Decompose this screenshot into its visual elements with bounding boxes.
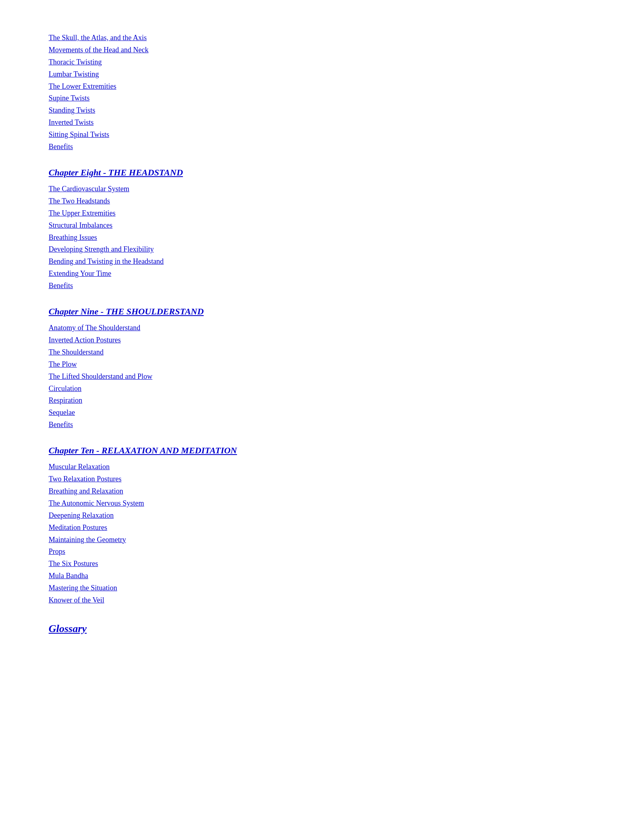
chapter-ten-section: Chapter Ten - RELAXATION AND MEDITATION … <box>49 444 595 606</box>
link-anatomy-shoulderstand[interactable]: Anatomy of The Shoulderstand <box>49 323 595 334</box>
link-thoracic-twisting[interactable]: Thoracic Twisting <box>49 57 595 68</box>
chapter-nine-title[interactable]: Chapter Nine - THE SHOULDERSTAND <box>49 305 595 318</box>
link-skull-atlas-axis[interactable]: The Skull, the Atlas, and the Axis <box>49 32 595 44</box>
glossary-title[interactable]: Glossary <box>49 621 595 637</box>
chapter-nine-section: Chapter Nine - THE SHOULDERSTAND Anatomy… <box>49 305 595 431</box>
link-inverted-action-postures[interactable]: Inverted Action Postures <box>49 335 595 346</box>
chapter-ten-title[interactable]: Chapter Ten - RELAXATION AND MEDITATION <box>49 444 595 457</box>
link-deepening-relaxation[interactable]: Deepening Relaxation <box>49 510 595 521</box>
link-sequelae[interactable]: Sequelae <box>49 407 595 419</box>
link-extending-your-time[interactable]: Extending Your Time <box>49 268 595 280</box>
link-maintaining-geometry[interactable]: Maintaining the Geometry <box>49 534 595 546</box>
chapter-eight-links: The Cardiovascular System The Two Headst… <box>49 184 595 292</box>
link-respiration[interactable]: Respiration <box>49 395 595 406</box>
link-standing-twists[interactable]: Standing Twists <box>49 105 595 116</box>
chapter-ten-links: Muscular Relaxation Two Relaxation Postu… <box>49 461 595 606</box>
link-muscular-relaxation[interactable]: Muscular Relaxation <box>49 461 595 473</box>
link-two-headstands[interactable]: The Two Headstands <box>49 196 595 207</box>
link-benefits-ch8[interactable]: Benefits <box>49 280 595 292</box>
link-supine-twists[interactable]: Supine Twists <box>49 93 595 104</box>
link-the-shoulderstand[interactable]: The Shoulderstand <box>49 347 595 358</box>
glossary-section: Glossary <box>49 621 595 637</box>
link-breathing-relaxation[interactable]: Breathing and Relaxation <box>49 486 595 497</box>
link-lower-extremities[interactable]: The Lower Extremities <box>49 81 595 92</box>
link-lifted-shoulderstand-plow[interactable]: The Lifted Shoulderstand and Plow <box>49 371 595 382</box>
link-inverted-twists[interactable]: Inverted Twists <box>49 117 595 128</box>
pre-chapter-links: The Skull, the Atlas, and the Axis Movem… <box>49 32 595 153</box>
link-movements-head-neck[interactable]: Movements of the Head and Neck <box>49 45 595 56</box>
chapter-eight-section: Chapter Eight - THE HEADSTAND The Cardio… <box>49 166 595 292</box>
chapter-nine-links: Anatomy of The Shoulderstand Inverted Ac… <box>49 323 595 431</box>
link-two-relaxation-postures[interactable]: Two Relaxation Postures <box>49 474 595 485</box>
link-props[interactable]: Props <box>49 546 595 557</box>
link-benefits-pre[interactable]: Benefits <box>49 141 595 153</box>
link-the-plow[interactable]: The Plow <box>49 359 595 370</box>
link-autonomic-nervous-system[interactable]: The Autonomic Nervous System <box>49 498 595 509</box>
link-mula-bandha[interactable]: Mula Bandha <box>49 570 595 582</box>
link-six-postures[interactable]: The Six Postures <box>49 558 595 570</box>
link-cardiovascular-system[interactable]: The Cardiovascular System <box>49 184 595 195</box>
link-meditation-postures[interactable]: Meditation Postures <box>49 522 595 534</box>
chapter-eight-title[interactable]: Chapter Eight - THE HEADSTAND <box>49 166 595 179</box>
link-bending-twisting-headstand[interactable]: Bending and Twisting in the Headstand <box>49 256 595 267</box>
link-sitting-spinal-twists[interactable]: Sitting Spinal Twists <box>49 129 595 141</box>
link-upper-extremities[interactable]: The Upper Extremities <box>49 208 595 219</box>
link-circulation[interactable]: Circulation <box>49 383 595 395</box>
link-benefits-ch9[interactable]: Benefits <box>49 419 595 431</box>
link-structural-imbalances[interactable]: Structural Imbalances <box>49 220 595 231</box>
link-knower-of-veil[interactable]: Knower of the Veil <box>49 595 595 606</box>
link-mastering-situation[interactable]: Mastering the Situation <box>49 583 595 594</box>
link-breathing-issues[interactable]: Breathing Issues <box>49 232 595 243</box>
link-lumbar-twisting[interactable]: Lumbar Twisting <box>49 69 595 80</box>
link-developing-strength-flexibility[interactable]: Developing Strength and Flexibility <box>49 244 595 255</box>
